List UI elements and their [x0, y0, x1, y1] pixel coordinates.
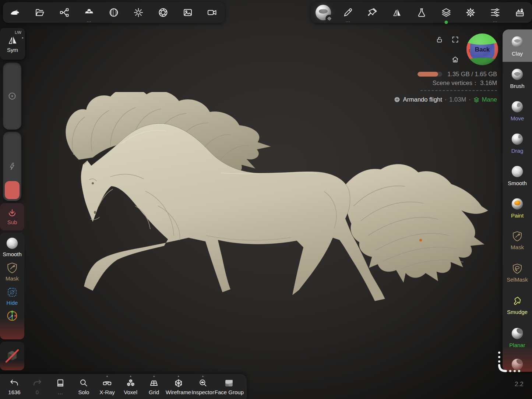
- orientation-ball[interactable]: t Back: [466, 33, 498, 67]
- stroke-marker-dot: [419, 239, 422, 241]
- xray-toggle[interactable]: ▲ X-Ray: [95, 378, 119, 395]
- more-indicator: …: [493, 19, 498, 22]
- intensity-slider[interactable]: [3, 132, 21, 201]
- solo-toggle[interactable]: Solo: [72, 378, 96, 395]
- wireframe-hex-icon: [174, 378, 183, 388]
- redo-button[interactable]: 0: [26, 378, 49, 395]
- tool-drag[interactable]: Drag: [503, 127, 532, 159]
- solo-magnifier-icon: [79, 378, 88, 388]
- fullscreen-icon[interactable]: [451, 36, 459, 45]
- layer-name[interactable]: Mane: [482, 96, 497, 103]
- history-book-icon: [56, 378, 65, 388]
- quick-tool-smooth[interactable]: Smooth: [3, 236, 22, 257]
- vertices-label: Scene vertices：: [433, 80, 479, 86]
- radius-slider[interactable]: [3, 63, 21, 130]
- tool-brush[interactable]: Brush: [503, 62, 532, 94]
- quick-tool-mask[interactable]: Mask: [6, 261, 19, 282]
- files-folder-icon[interactable]: [31, 4, 48, 21]
- grid-toggle[interactable]: ▲ Grid: [142, 378, 166, 395]
- smudge-tool-icon: [511, 295, 524, 307]
- face-group-button[interactable]: Face Group: [215, 378, 244, 395]
- tool-rail: Clay Brush Move Drag Smooth: [503, 29, 532, 372]
- tool-smudge[interactable]: Smudge: [503, 289, 532, 321]
- postprocess-aperture-icon[interactable]: [155, 4, 172, 21]
- sym-label: Sym: [7, 47, 18, 53]
- clay-tool-icon: [510, 35, 524, 49]
- planar-tool-icon: [510, 326, 524, 340]
- expand-caret: ▲: [106, 375, 109, 377]
- sym-corner-label: L/W: [15, 31, 21, 35]
- face-group-icon: [224, 378, 234, 388]
- nav-ball-partial-label: t: [469, 48, 470, 53]
- material-gear-badge: [325, 15, 333, 22]
- undo-button[interactable]: 1636: [3, 378, 26, 395]
- editing-toolbar: … …: [311, 2, 532, 23]
- sub-mode-button[interactable]: Sub: [0, 203, 24, 230]
- lab-flask-icon[interactable]: [413, 4, 430, 21]
- primitives-icon[interactable]: …: [81, 4, 98, 21]
- scene-vertices: Scene vertices： 3.16M: [433, 79, 497, 87]
- vertices-value: 3.16M: [480, 80, 497, 86]
- toolbox-icon[interactable]: [511, 4, 528, 21]
- undo-icon: [10, 378, 19, 388]
- bounding-box-off-button[interactable]: [0, 342, 24, 370]
- tool-smooth[interactable]: Smooth: [503, 159, 532, 191]
- wireframe-toggle[interactable]: ▲ Wireframe: [166, 378, 191, 395]
- selected-object-line[interactable]: Armando flight · 1.03M · Mane: [394, 96, 497, 103]
- memory-status: 1.35 GB / 1.65 GB: [418, 71, 497, 78]
- brush-tool-icon: [510, 67, 524, 81]
- move-tool-icon: [510, 100, 524, 114]
- horse-model: [55, 92, 497, 317]
- scene-graph-icon[interactable]: [56, 4, 73, 21]
- transform-gizmo-icon[interactable]: [5, 309, 19, 324]
- history-button[interactable]: …: [49, 378, 72, 395]
- bounding-box-off-icon: [4, 348, 20, 364]
- lighting-sun-icon[interactable]: [130, 4, 147, 21]
- symmetry-toggle-button[interactable]: L/W ▸ Sym: [0, 28, 25, 60]
- expand-caret: ▲: [202, 375, 204, 377]
- nav-ball-back-label: Back: [475, 46, 490, 53]
- quick-tool-hide[interactable]: Hide: [6, 286, 19, 306]
- interface-sliders-icon[interactable]: …: [487, 4, 504, 21]
- symmetry-icon: [7, 35, 18, 45]
- expand-caret: ▲: [153, 375, 155, 377]
- stroke-pencil-icon[interactable]: …: [339, 4, 356, 21]
- smooth-tool-icon: [510, 165, 524, 179]
- camera-icon[interactable]: [204, 4, 221, 21]
- matcap-material-icon[interactable]: [105, 4, 122, 21]
- expand-caret: ▲: [129, 375, 132, 377]
- viewport-toolbar: 1636 0 … Solo ▲ X-Ray ▲ Voxel: [0, 374, 247, 399]
- background-image-icon[interactable]: [179, 4, 196, 21]
- settings-gear-icon[interactable]: [462, 4, 479, 21]
- app-logo-icon[interactable]: [7, 4, 24, 21]
- hide-dots-icon: [6, 286, 19, 299]
- quick-tools-panel: Smooth Mask Hide: [0, 233, 24, 339]
- sub-label: Sub: [7, 219, 17, 225]
- tool-selmask[interactable]: SelMask: [503, 256, 532, 289]
- panel-drag-handle[interactable]: [493, 349, 526, 374]
- inspector-button[interactable]: ▲ Inspector: [191, 378, 215, 395]
- status-separator: [420, 90, 497, 91]
- tool-planar[interactable]: Planar: [503, 321, 532, 353]
- mask-tool-icon: [511, 230, 524, 243]
- layers-icon[interactable]: [438, 4, 455, 21]
- memory-text: 1.35 GB / 1.65 GB: [447, 71, 497, 78]
- redo-icon: [32, 378, 42, 388]
- separator-dot: ·: [445, 96, 447, 103]
- tool-clay[interactable]: Clay: [503, 29, 532, 62]
- sub-arrow-icon: [7, 208, 17, 218]
- symmetry-icon[interactable]: [388, 4, 405, 21]
- more-indicator: …: [345, 19, 350, 22]
- selmask-tool-icon: [511, 262, 524, 275]
- voxel-remesh-button[interactable]: ▲ Voxel: [119, 378, 142, 395]
- tool-move[interactable]: Move: [503, 94, 532, 127]
- lock-icon[interactable]: [436, 36, 443, 45]
- tool-paint[interactable]: Paint: [503, 191, 532, 224]
- home-icon[interactable]: [451, 56, 459, 65]
- intensity-bolt-icon: [8, 162, 17, 171]
- radius-dot-icon: [8, 92, 17, 100]
- stamp-brush-icon[interactable]: [364, 4, 381, 21]
- tool-mask[interactable]: Mask: [503, 224, 532, 256]
- sym-expand-arrow[interactable]: ▸: [22, 36, 24, 39]
- active-material-sphere-icon[interactable]: [315, 4, 332, 21]
